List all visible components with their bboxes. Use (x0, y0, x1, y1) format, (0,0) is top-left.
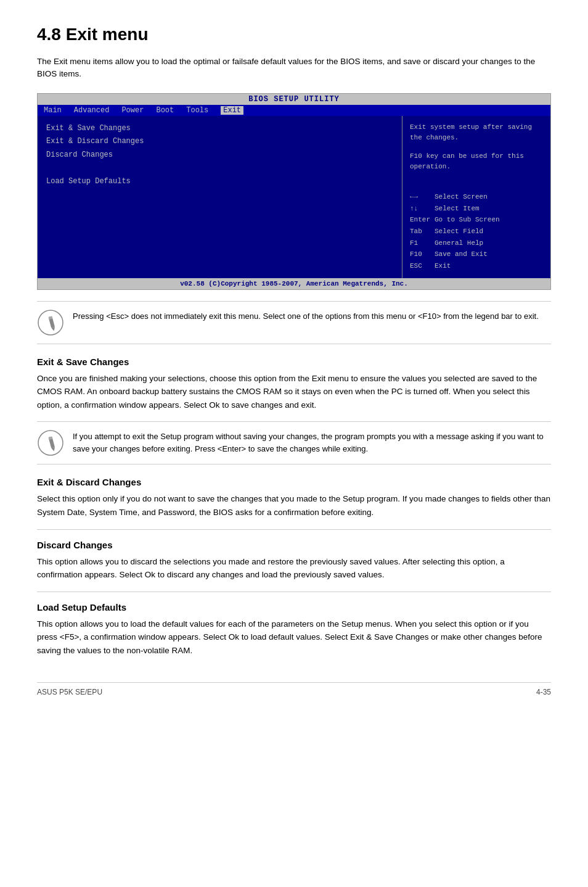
legend-row-screen: ←→ Select Screen (410, 191, 543, 203)
section-text-exit-discard: Select this option only if you do not wa… (37, 492, 551, 519)
legend-desc-esc: Exit (435, 260, 451, 272)
menu-load-defaults: Load Setup Defaults (46, 175, 393, 189)
legend-row-item: ↑↓ Select Item (410, 203, 543, 215)
section-text-discard-changes: This option allows you to discard the se… (37, 555, 551, 582)
legend-key-arrows: ←→ (410, 191, 432, 203)
legend-key-enter: Enter (410, 214, 432, 226)
bios-left-panel: Exit & Save Changes Exit & Discard Chang… (38, 116, 402, 278)
page-title: 4.8 Exit menu (37, 25, 551, 44)
section-exit-save: Exit & Save Changes Once you are finishe… (37, 357, 551, 412)
legend-key-tab: Tab (410, 226, 432, 237)
bios-legend: ←→ Select Screen ↑↓ Select Item Enter Go… (410, 191, 543, 272)
section-discard-changes: Discard Changes This option allows you t… (37, 540, 551, 582)
section-text-load-defaults: This option allows you to load the defau… (37, 617, 551, 658)
bios-header: BIOS SETUP UTILITY (38, 94, 550, 105)
page-footer: ASUS P5K SE/EPU 4-35 (37, 682, 551, 696)
section-heading-exit-discard: Exit & Discard Changes (37, 477, 551, 487)
divider-1 (37, 529, 551, 530)
legend-desc-tab: Select Field (435, 226, 483, 237)
section-text-exit-save: Once you are finished making your select… (37, 372, 551, 412)
bios-nav: Main Advanced Power Boot Tools Exit (38, 105, 550, 116)
nav-power: Power (121, 106, 144, 115)
note-text-2: If you attempt to exit the Setup program… (73, 429, 551, 455)
section-heading-load-defaults: Load Setup Defaults (37, 602, 551, 613)
legend-desc-screen: Select Screen (435, 191, 488, 203)
menu-exit-save: Exit & Save Changes (46, 122, 393, 136)
menu-exit-discard: Exit & Discard Changes (46, 135, 393, 149)
legend-row-f1: F1 General Help (410, 237, 543, 249)
bios-help-text-1: Exit system setup after saving the chang… (410, 122, 543, 144)
legend-key-updown: ↑↓ (410, 203, 432, 215)
bios-right-panel: Exit system setup after saving the chang… (402, 116, 550, 278)
legend-desc-enter: Go to Sub Screen (435, 214, 500, 226)
footer-page-number: 4-35 (536, 688, 551, 696)
legend-key-f10: F10 (410, 249, 432, 260)
legend-key-esc: ESC (410, 260, 432, 272)
menu-discard-changes: Discard Changes (46, 149, 393, 162)
divider-2 (37, 592, 551, 592)
nav-boot: Boot (156, 106, 174, 115)
bios-content: Exit & Save Changes Exit & Discard Chang… (38, 116, 550, 278)
note-icon-1 (37, 309, 64, 336)
footer-brand: ASUS P5K SE/EPU (37, 688, 102, 696)
legend-row-f10: F10 Save and Exit (410, 249, 543, 260)
section-load-defaults: Load Setup Defaults This option allows y… (37, 602, 551, 658)
legend-row-tab: Tab Select Field (410, 226, 543, 237)
legend-key-f1: F1 (410, 237, 432, 249)
legend-row-esc: ESC Exit (410, 260, 543, 272)
section-heading-discard-changes: Discard Changes (37, 540, 551, 550)
note-box-1: Pressing <Esc> does not immediately exit… (37, 301, 551, 344)
bios-screenshot: BIOS SETUP UTILITY Main Advanced Power B… (37, 93, 551, 290)
legend-row-enter: Enter Go to Sub Screen (410, 214, 543, 226)
note-text-1: Pressing <Esc> does not immediately exit… (73, 309, 539, 323)
nav-advanced: Advanced (74, 106, 110, 115)
section-exit-discard: Exit & Discard Changes Select this optio… (37, 477, 551, 519)
nav-tools: Tools (186, 106, 208, 115)
bios-help-text-2: F10 key can be used for this operation. (410, 151, 543, 173)
note-icon-2 (37, 429, 64, 456)
menu-spacer (46, 162, 393, 175)
nav-main: Main (44, 106, 62, 115)
bios-footer: v02.58 (C)Copyright 1985-2007, American … (38, 278, 550, 289)
legend-desc-f1: General Help (435, 237, 483, 249)
note-box-2: If you attempt to exit the Setup program… (37, 421, 551, 464)
nav-exit: Exit (221, 106, 243, 115)
legend-desc-item: Select Item (435, 203, 480, 215)
section-heading-exit-save: Exit & Save Changes (37, 357, 551, 367)
bios-header-label: BIOS SETUP UTILITY (248, 95, 340, 104)
intro-text: The Exit menu items allow you to load th… (37, 56, 551, 81)
legend-desc-f10: Save and Exit (435, 249, 488, 260)
